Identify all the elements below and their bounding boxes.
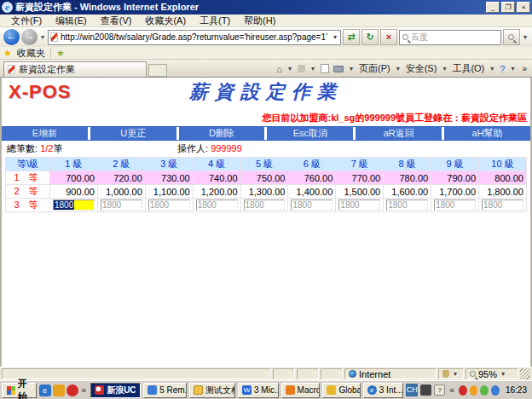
search-input[interactable]: 百度 — [399, 30, 501, 45]
refresh-button[interactable]: ↻ — [361, 29, 379, 45]
menu-help[interactable]: 帮助(H) — [238, 14, 281, 27]
menu-view[interactable]: 查看(V) — [95, 14, 138, 27]
protected-mode-pane[interactable]: ▾ — [438, 368, 464, 379]
back-button[interactable]: ← — [3, 29, 20, 45]
grade-input[interactable] — [101, 200, 142, 211]
taskbar-button-global[interactable]: Global... — [322, 383, 360, 398]
grade-input[interactable] — [482, 200, 523, 211]
taskbar-button-test-docs[interactable]: 测试文档 — [189, 383, 235, 398]
action-button-bar: E增新 U更正 D刪除 Esc取消 aR返回 aH幫助 — [2, 126, 530, 141]
menu-file[interactable]: 文件(F) — [5, 14, 48, 27]
favorites-button[interactable]: 收藏夹 — [17, 47, 45, 60]
menu-favorites[interactable]: 收藏夹(A) — [139, 14, 192, 27]
table-row[interactable]: 1 等 700.00 720.00 730.00 740.00 750.00 7… — [6, 171, 527, 185]
cell: 780.00 — [384, 171, 431, 185]
feeds-dropdown-icon[interactable]: ▾ — [309, 65, 316, 72]
help-icon[interactable]: ? — [500, 64, 505, 74]
page-menu-button[interactable]: 页面(P) — [359, 62, 390, 75]
url-text[interactable]: http://win2008/tw/salary/Grade.asp?retur… — [61, 32, 329, 42]
safety-dropdown-icon[interactable]: ▾ — [441, 65, 448, 72]
grade-input[interactable] — [244, 200, 286, 211]
home-icon[interactable]: ⌂ — [276, 64, 282, 74]
tray-qq-icon[interactable] — [459, 385, 467, 396]
grade-input[interactable] — [291, 200, 332, 211]
cancel-button[interactable]: Esc取消 — [267, 127, 353, 140]
grade-input[interactable] — [196, 200, 238, 211]
address-input[interactable]: http://win2008/tw/salary/Grade.asp?retur… — [48, 30, 341, 45]
minimize-button[interactable]: _ — [486, 2, 500, 13]
search-go-button[interactable] — [503, 29, 520, 45]
compatibility-view-button[interactable]: ⇄ — [343, 29, 360, 45]
favorites-star-icon: ★ — [3, 48, 12, 59]
global-icon — [327, 385, 336, 395]
zoom-control[interactable]: 95% ▾ — [466, 368, 518, 379]
language-indicator[interactable]: CH — [406, 384, 418, 396]
address-dropdown-icon[interactable]: ▾ — [332, 33, 338, 41]
feeds-icon[interactable] — [298, 65, 305, 72]
add-button[interactable]: E增新 — [2, 127, 88, 140]
tray-green-icon[interactable] — [480, 385, 489, 396]
print-dropdown-icon[interactable]: ▾ — [348, 65, 355, 72]
grade-input-selected[interactable]: 1800 — [53, 200, 95, 211]
tools-dropdown-icon[interactable]: ▾ — [489, 65, 495, 72]
taskbar-button-sina-uc[interactable]: 新浪UC — [90, 383, 141, 398]
overflow-chevron-icon[interactable]: » — [520, 64, 529, 73]
col-header: 8 級 — [384, 158, 431, 171]
quicklaunch-chevron-icon[interactable]: » — [80, 385, 89, 395]
update-button[interactable]: U更正 — [90, 127, 176, 140]
taskbar-button-macromedia[interactable]: Macrom... — [281, 383, 321, 398]
title-bar: e 薪資設定作業 - Windows Internet Explorer _ ❐… — [0, 0, 532, 14]
tools-menu-button[interactable]: 工具(O) — [452, 62, 484, 75]
ie-logo-icon: e — [2, 2, 13, 13]
taskbar-button-word[interactable]: W 3 Mic... ▾ — [238, 383, 279, 398]
corner-header: 等\級 — [6, 158, 50, 171]
stop-button[interactable]: × — [380, 29, 397, 45]
ie-quicklaunch-icon[interactable]: e — [39, 385, 51, 396]
ime-help-icon[interactable]: ? — [434, 385, 445, 396]
menu-tools[interactable]: 工具(T) — [194, 14, 236, 27]
cell: 1,100.00 — [145, 185, 193, 199]
help-button[interactable]: aH幫助 — [444, 127, 530, 140]
resize-grip[interactable] — [520, 368, 530, 379]
taskbar-button-remote[interactable]: 5 Rem... ▾ — [143, 383, 187, 398]
tab-salary-settings[interactable]: 薪資設定作業 — [3, 61, 147, 77]
close-button[interactable]: × — [517, 2, 530, 13]
col-header: 1 級 — [50, 158, 98, 171]
help-dropdown-icon[interactable]: ▾ — [509, 65, 516, 72]
start-button[interactable]: 开始 — [2, 383, 37, 398]
safety-menu-button[interactable]: 安全(S) — [406, 62, 437, 75]
forward-button[interactable]: → — [21, 29, 38, 45]
new-tab-button[interactable] — [148, 64, 167, 77]
tray-chevron-icon[interactable]: « — [448, 385, 456, 395]
page-dropdown-icon[interactable]: ▾ — [395, 65, 402, 72]
grade-input[interactable] — [148, 200, 190, 211]
print-icon[interactable] — [333, 66, 344, 72]
search-options-dropdown-icon[interactable]: ▾ — [522, 33, 529, 41]
uc-quicklaunch-icon[interactable] — [53, 385, 65, 396]
table-row[interactable]: 2 等 900.00 1,000.00 1,100.00 1,200.00 1,… — [6, 185, 527, 199]
taskbar-clock: 16:23 — [502, 385, 530, 395]
grade-input[interactable] — [386, 200, 428, 211]
add-favorite-icon[interactable]: ★ — [56, 48, 65, 59]
selected-text: 1800 — [54, 200, 74, 210]
restore-button[interactable]: ❐ — [501, 2, 515, 13]
read-mail-icon[interactable] — [321, 64, 329, 73]
grade-input[interactable] — [434, 200, 476, 211]
tray-blue-icon[interactable] — [491, 385, 500, 396]
task-label: Macrom... — [298, 385, 321, 395]
qq-quicklaunch-icon[interactable] — [66, 385, 78, 396]
home-dropdown-icon[interactable]: ▾ — [286, 65, 293, 72]
menu-edit[interactable]: 编辑(E) — [49, 14, 93, 27]
tray-orange-icon[interactable] — [470, 385, 478, 396]
login-info: 您目前以加盟商:kl_sg的999999號員工登錄在：薪資設定作業區 — [2, 112, 530, 126]
table-input-row: 3 等 1800 — [6, 199, 527, 212]
delete-button[interactable]: D刪除 — [179, 127, 265, 140]
nav-history-dropdown-icon[interactable]: ▾ — [39, 33, 46, 41]
taskbar-button-ie-group[interactable]: e 3 Int... ▾ — [363, 383, 404, 398]
table-header-row: 等\級 1 級 2 級 3 級 4 級 5 級 6 級 7 級 8 級 9 級 … — [6, 158, 527, 171]
grade-input[interactable] — [338, 200, 380, 211]
ime-icon[interactable] — [420, 385, 431, 396]
quick-launch: e » — [39, 385, 89, 396]
cell: 790.00 — [431, 171, 479, 185]
return-button[interactable]: aR返回 — [356, 127, 442, 140]
